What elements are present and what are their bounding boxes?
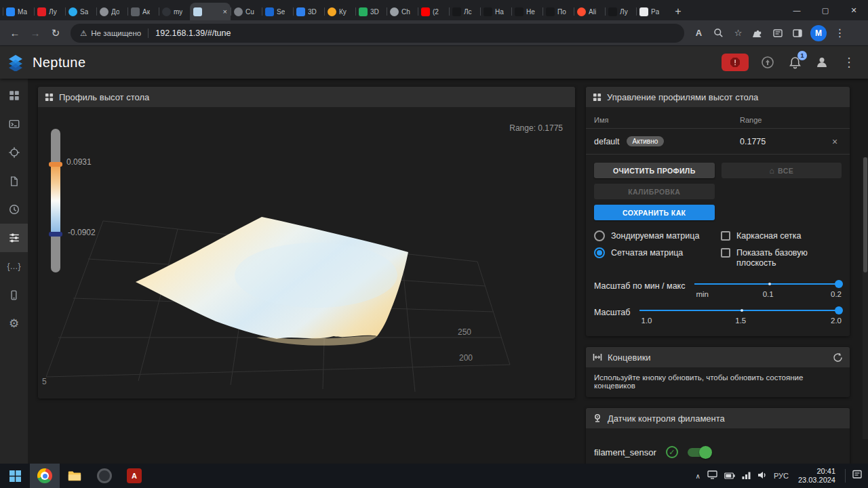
endstops-panel-header[interactable]: Концевики — [586, 347, 850, 367]
sidebar-item-devices[interactable] — [0, 281, 28, 309]
checkbox-wireframe[interactable]: Каркасная сетка — [721, 231, 842, 241]
security-chip[interactable]: ⚠ Не защищено — [80, 28, 149, 38]
profile-avatar[interactable]: М — [810, 25, 827, 41]
tab-title: 3D — [308, 8, 317, 16]
browser-tab[interactable]: Se — [262, 3, 293, 20]
browser-tab[interactable]: Лу — [34, 3, 65, 20]
notifications-bell-icon[interactable]: 1 — [787, 54, 803, 70]
radio-probed-matrix[interactable]: Зондируемая матрица — [594, 231, 721, 241]
sidebar-item-macros[interactable]: {…} — [0, 252, 28, 281]
sidebar-item-settings[interactable]: ⚙ — [0, 309, 28, 338]
sidebar-item-jog[interactable] — [0, 138, 28, 167]
sidebar-item-history[interactable] — [0, 195, 28, 224]
browser-tab[interactable]: × — [190, 3, 231, 20]
bed-mesh-3d-plot[interactable]: 0.0931 -0.0902 Range: 0.1775 250 200 5 — [38, 107, 575, 399]
sensor-toggle-switch[interactable] — [688, 448, 711, 457]
translate-icon[interactable]: A — [690, 24, 708, 42]
tray-network-icon[interactable] — [742, 470, 751, 482]
scrollbar-thumb[interactable] — [863, 157, 867, 272]
taskbar-dark-browser-icon[interactable] — [90, 464, 119, 488]
browser-menu-kebab-icon[interactable]: ⋮ — [831, 24, 849, 42]
bookmark-star-icon[interactable]: ☆ — [729, 24, 747, 42]
start-button[interactable] — [0, 464, 30, 488]
delete-profile-icon[interactable]: × — [828, 136, 842, 147]
save-as-button[interactable]: СОХРАНИТЬ КАК — [594, 205, 715, 220]
filament-panel-title: Датчик контроля филамента — [608, 413, 725, 424]
side-panel-icon[interactable] — [788, 24, 806, 42]
browser-tab[interactable]: Не — [511, 3, 542, 20]
taskbar-acrobat-icon[interactable]: A — [119, 464, 149, 488]
browser-tab[interactable]: Sa — [65, 3, 96, 20]
slider-thumb[interactable] — [835, 280, 843, 288]
browser-tab[interactable]: Cu — [231, 3, 262, 20]
reload-button[interactable]: ↻ — [46, 24, 65, 43]
tray-display-icon[interactable] — [707, 470, 717, 482]
column-range: Range — [740, 116, 828, 124]
host-restart-icon[interactable] — [760, 54, 776, 70]
tray-volume-icon[interactable] — [757, 470, 767, 482]
browser-tab[interactable]: Ку — [324, 3, 355, 20]
sidebar-item-dashboard[interactable] — [0, 81, 28, 110]
sidebar-item-console[interactable] — [0, 110, 28, 138]
browser-tab[interactable]: До — [96, 3, 127, 20]
checkbox-flat-plane[interactable]: Показать базовую плоскость — [721, 248, 836, 268]
browser-tab[interactable]: (2 — [418, 3, 449, 20]
browser-tab[interactable]: Лу — [605, 3, 636, 20]
tray-chevron-icon[interactable]: ∧ — [696, 472, 701, 480]
profile-row-default[interactable]: default Активно 0.1775 × — [586, 129, 850, 155]
extensions-puzzle-icon[interactable] — [749, 24, 767, 42]
colorbar-max-handle[interactable] — [49, 162, 62, 167]
window-close-button[interactable]: ✕ — [840, 0, 868, 20]
profiles-panel-header[interactable]: Управление профилями высот стола — [586, 87, 850, 107]
tray-battery-icon[interactable] — [724, 470, 735, 482]
zoom-icon[interactable] — [709, 24, 728, 42]
all-button[interactable]: ⌂ ВСЕ — [722, 163, 842, 178]
tick-max: 2.0 — [831, 317, 842, 325]
scale-slider[interactable] — [639, 306, 842, 315]
tab-close-icon[interactable]: × — [223, 7, 227, 16]
window-minimize-button[interactable]: — — [783, 0, 811, 20]
browser-tab[interactable]: Ch — [387, 3, 418, 20]
tab-favicon — [100, 7, 108, 16]
browser-tab[interactable]: 3D — [293, 3, 324, 20]
emergency-stop-button[interactable] — [722, 54, 749, 71]
language-indicator[interactable]: РУС — [774, 472, 789, 480]
browser-tab[interactable]: Pa — [636, 3, 667, 20]
app-menu-kebab-icon[interactable]: ⋮ — [841, 54, 857, 70]
slider-thumb[interactable] — [835, 306, 843, 314]
browser-tabs: Ма Лу Sa До Ак my × Cu Se 3D К — [0, 0, 667, 20]
browser-tab[interactable]: my — [159, 3, 190, 20]
taskbar-clock[interactable]: 20:41 23.03.2024 — [798, 467, 835, 485]
user-icon[interactable] — [814, 54, 830, 70]
taskbar-chrome-icon[interactable] — [30, 464, 60, 488]
forward-button[interactable]: → — [26, 24, 45, 43]
taskbar-file-explorer-icon[interactable] — [60, 464, 90, 488]
radio-mesh-matrix[interactable]: Сетчатая матрица — [594, 248, 721, 268]
new-tab-button[interactable]: + — [669, 3, 687, 20]
app-logo[interactable] — [7, 54, 24, 71]
tick-mid: 1.5 — [735, 317, 746, 325]
browser-tab[interactable]: Лс — [449, 3, 480, 20]
notification-center-icon[interactable] — [852, 470, 865, 482]
calibrate-button[interactable]: КАЛИБРОВКА — [594, 184, 715, 199]
back-button[interactable]: ← — [5, 24, 24, 43]
browser-tab[interactable]: 3D — [355, 3, 387, 20]
mesh-panel-header[interactable]: Профиль высот стола — [38, 87, 575, 107]
browser-tab[interactable]: Ali — [574, 3, 605, 20]
window-maximize-button[interactable]: ▢ — [811, 0, 840, 20]
browser-tab[interactable]: На — [480, 3, 511, 20]
reading-list-icon[interactable] — [768, 24, 787, 42]
colorbar-min-label: -0.0902 — [68, 228, 96, 237]
browser-tab[interactable]: По — [542, 3, 574, 20]
address-bar[interactable]: ⚠ Не защищено 192.168.1.39/#/tune — [71, 24, 684, 43]
sidebar-item-tune[interactable] — [0, 224, 28, 252]
refresh-icon[interactable] — [833, 352, 843, 363]
sidebar-item-gcode-files[interactable] — [0, 167, 28, 195]
filament-panel-header[interactable]: Датчик контроля филамента — [586, 408, 850, 428]
scale-minmax-slider[interactable] — [694, 279, 842, 289]
bed-mesh-profiles-panel: Управление профилями высот стола Имя Ran… — [586, 87, 850, 336]
clear-profile-button[interactable]: ОЧИСТИТЬ ПРОФИЛЬ — [594, 163, 715, 178]
browser-tab[interactable]: Ма — [3, 3, 34, 20]
colorbar-min-handle[interactable] — [49, 232, 62, 237]
browser-tab[interactable]: Ак — [127, 3, 159, 20]
